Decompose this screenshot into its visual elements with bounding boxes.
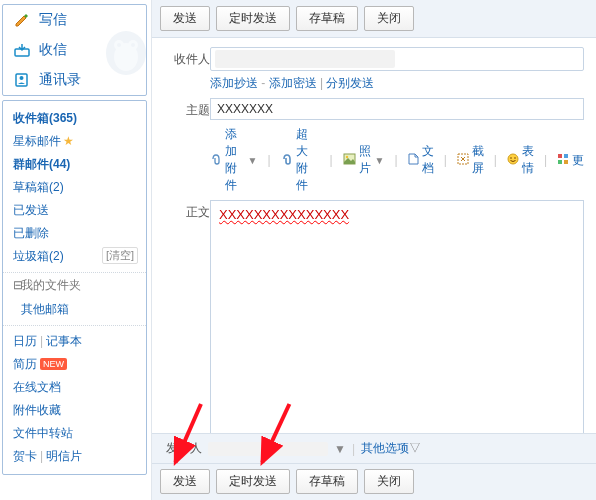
to-input[interactable] (210, 47, 584, 71)
subject-input[interactable] (210, 98, 584, 120)
emoji-button[interactable]: 表情 (507, 143, 534, 177)
tool-cards[interactable]: 贺卡|明信片 (3, 445, 146, 468)
inbox-icon (13, 42, 31, 58)
tool-resume[interactable]: 简历NEW (3, 353, 146, 376)
timed-send-button[interactable]: 定时发送 (216, 6, 290, 31)
screenshot-button[interactable]: 截屏 (457, 143, 484, 177)
cc-bcc-links: 添加抄送 - 添加密送 | 分别发送 (210, 75, 584, 92)
screenshot-icon (457, 153, 469, 168)
folder-sent[interactable]: 已发送 (3, 199, 146, 222)
folder-inbox[interactable]: 收件箱(365) (3, 107, 146, 130)
save-draft-button-bottom[interactable]: 存草稿 (296, 469, 358, 494)
svg-point-14 (514, 157, 516, 159)
subject-label: 主题 (164, 98, 210, 119)
compose-form: 收件人 添加抄送 - 添加密送 | 分别发送 主题 (152, 38, 596, 433)
svg-point-12 (508, 154, 518, 164)
svg-point-13 (510, 157, 512, 159)
new-badge: NEW (40, 358, 67, 370)
send-button-bottom[interactable]: 发送 (160, 469, 210, 494)
close-button[interactable]: 关闭 (364, 6, 414, 31)
tool-calendar-notes[interactable]: 日历|记事本 (3, 330, 146, 353)
photo-icon (343, 153, 356, 168)
folder-drafts[interactable]: 草稿箱(2) (3, 176, 146, 199)
star-icon: ★ (63, 134, 74, 148)
folder-starred[interactable]: 星标邮件★ (3, 130, 146, 153)
folder-deleted[interactable]: 已删除 (3, 222, 146, 245)
to-label: 收件人 (164, 47, 210, 68)
add-cc-link[interactable]: 添加抄送 (210, 76, 258, 90)
close-button-bottom[interactable]: 关闭 (364, 469, 414, 494)
paperclip-icon (210, 153, 222, 168)
compose-icon (13, 12, 31, 28)
compose-nav-block: 写信 收信 通讯录 (2, 4, 147, 96)
big-attachment-button[interactable]: 超大附件 (281, 126, 320, 194)
sidebar-item-contacts[interactable]: 通讯录 (3, 65, 146, 95)
tool-file-transfer[interactable]: 文件中转站 (3, 422, 146, 445)
sender-address[interactable] (208, 442, 328, 456)
sidebar-item-receive[interactable]: 收信 (3, 35, 146, 65)
body-label: 正文 (164, 200, 210, 221)
tool-attachment-fav[interactable]: 附件收藏 (3, 399, 146, 422)
svg-rect-15 (558, 154, 562, 158)
main-panel: 发送 定时发送 存草稿 关闭 收件人 添加抄送 - 添加密送 | 分别发送 (152, 0, 596, 500)
add-bcc-link[interactable]: 添加密送 (269, 76, 317, 90)
split-send-link[interactable]: 分别发送 (326, 76, 374, 90)
chevron-down-icon: ▼ (248, 155, 258, 166)
svg-rect-16 (564, 154, 568, 158)
svg-rect-18 (564, 160, 568, 164)
body-editor[interactable]: XXXXXXXXXXXXXXX (210, 200, 584, 433)
more-formats-button[interactable]: 更 (557, 152, 584, 169)
svg-rect-17 (558, 160, 562, 164)
folder-nav-block: 收件箱(365) 星标邮件★ 群邮件(44) 草稿箱(2) 已发送 已删除 垃圾… (2, 100, 147, 475)
emoji-icon (507, 153, 519, 168)
send-button[interactable]: 发送 (160, 6, 210, 31)
contacts-icon (13, 72, 31, 88)
palette-icon (557, 153, 569, 168)
paperclip-big-icon (281, 153, 293, 168)
save-draft-button[interactable]: 存草稿 (296, 6, 358, 31)
attachment-toolbar: 添加附件▼ | 超大附件 | 照片▼ | (210, 126, 584, 194)
folder-spam[interactable]: 垃圾箱(2)[清空] (3, 245, 146, 268)
sidebar-label: 通讯录 (39, 71, 81, 89)
sidebar-label: 写信 (39, 11, 67, 29)
timed-send-button-bottom[interactable]: 定时发送 (216, 469, 290, 494)
chevron-down-icon: ▼ (375, 155, 385, 166)
sidebar-label: 收信 (39, 41, 67, 59)
toolbar-bottom: 发件人 ▼ | 其他选项▽ (152, 433, 596, 463)
sidebar-item-compose[interactable]: 写信 (3, 5, 146, 35)
document-icon (408, 153, 419, 168)
recipient-chip[interactable] (215, 50, 395, 68)
tool-online-docs[interactable]: 在线文档 (3, 376, 146, 399)
photo-button[interactable]: 照片▼ (343, 143, 385, 177)
section-myfolders[interactable]: ⊟我的文件夹 (3, 272, 146, 298)
folder-group[interactable]: 群邮件(44) (3, 153, 146, 176)
collapse-icon: ⊟ (13, 278, 21, 292)
document-button[interactable]: 文档 (408, 143, 434, 177)
add-attachment-button[interactable]: 添加附件▼ (210, 126, 257, 194)
toolbar-bottom-buttons: 发送 定时发送 存草稿 关闭 (152, 463, 596, 500)
svg-point-10 (345, 155, 347, 157)
other-options-link[interactable]: 其他选项▽ (361, 440, 421, 457)
folder-other-mailbox[interactable]: 其他邮箱 (3, 298, 146, 321)
svg-point-8 (20, 76, 24, 80)
toolbar-top: 发送 定时发送 存草稿 关闭 (152, 0, 596, 38)
chevron-down-icon[interactable]: ▼ (334, 442, 346, 456)
clear-spam-button[interactable]: [清空] (102, 247, 138, 264)
sidebar: 写信 收信 通讯录 收件箱(365) 星标邮件★ 群邮件(44) 草稿箱(2) … (0, 0, 152, 500)
sender-info: 发件人 ▼ | 其他选项▽ (166, 440, 421, 457)
sender-label: 发件人 (166, 440, 202, 457)
